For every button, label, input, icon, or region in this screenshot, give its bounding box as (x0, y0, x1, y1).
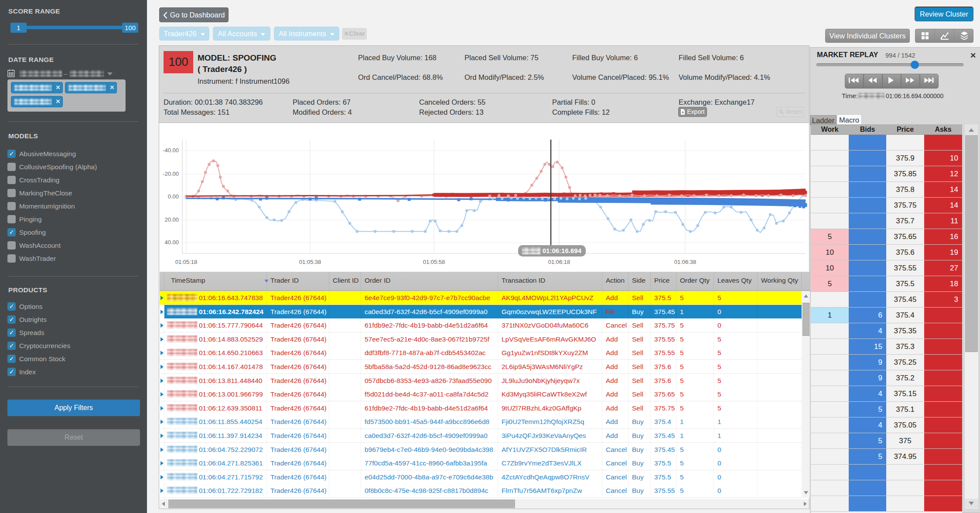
svg-text:40.00: 40.00 (164, 239, 179, 246)
svg-text:01:06:18: 01:06:18 (548, 259, 570, 265)
svg-text:01:06:38: 01:06:38 (674, 259, 697, 265)
svg-text:01:05:18: 01:05:18 (175, 259, 198, 265)
svg-text:-20.00: -20.00 (163, 171, 179, 177)
svg-text:01:05:58: 01:05:58 (423, 259, 445, 265)
svg-text:20.00: 20.00 (164, 216, 179, 223)
svg-text:01:05:38: 01:05:38 (299, 259, 321, 265)
svg-text:0.00: 0.00 (168, 193, 179, 200)
svg-text:-40.00: -40.00 (163, 147, 179, 154)
